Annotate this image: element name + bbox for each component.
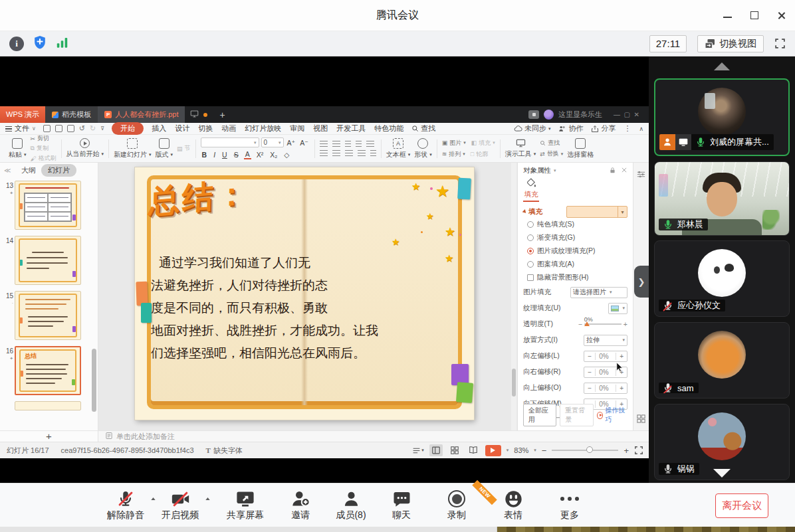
section-button[interactable]: ▤ 节 bbox=[177, 144, 191, 153]
collapse-panel-icon[interactable]: ≪ bbox=[4, 167, 11, 174]
align-right-icon[interactable] bbox=[345, 150, 353, 156]
assistant-icon[interactable] bbox=[528, 110, 539, 119]
transparency-slider[interactable]: 0% bbox=[584, 323, 622, 325]
minimize-button[interactable] bbox=[723, 13, 732, 18]
number-list-icon[interactable] bbox=[332, 141, 340, 147]
texture-fill-combo[interactable]: ▾ bbox=[608, 303, 627, 314]
tab-outline[interactable]: 大纲 bbox=[21, 165, 36, 175]
fill-button[interactable]: ◧ 填充▾ bbox=[471, 139, 495, 147]
notes-placeholder[interactable]: 单击此处添加备注 bbox=[98, 431, 649, 442]
save-icon[interactable] bbox=[43, 125, 51, 132]
tab-template[interactable]: 稻壳模板 bbox=[45, 106, 98, 123]
bold-button[interactable]: B bbox=[201, 151, 209, 159]
indent-increase-icon[interactable] bbox=[356, 141, 362, 147]
participant-tile[interactable]: sam bbox=[654, 322, 790, 399]
pin-icon[interactable] bbox=[609, 167, 616, 175]
menu-review[interactable]: 审阅 bbox=[289, 122, 305, 135]
superscript-button[interactable]: X² bbox=[255, 151, 265, 159]
checkbox-hide-background[interactable]: 隐藏背景图形(H) bbox=[523, 271, 627, 284]
picture-fill-combo[interactable]: 请选择图片▾ bbox=[570, 287, 627, 298]
menu-dev-tools[interactable]: 开发工具 bbox=[336, 122, 366, 135]
menu-view[interactable]: 视图 bbox=[312, 122, 328, 135]
maximize-button[interactable] bbox=[750, 11, 758, 19]
strikethrough-button[interactable]: S bbox=[233, 151, 240, 159]
unmute-button[interactable]: 解除静音 bbox=[106, 489, 145, 521]
font-color-button[interactable]: A bbox=[244, 150, 251, 159]
notes-toggle-icon[interactable]: ▾ bbox=[412, 446, 424, 455]
zoom-out-button[interactable]: − bbox=[542, 446, 547, 456]
present-monitor-icon[interactable] bbox=[190, 110, 199, 120]
zoom-slider[interactable] bbox=[552, 450, 618, 451]
tips-link[interactable]: 操作技巧 bbox=[597, 406, 627, 424]
more-button[interactable]: 更多 bbox=[540, 489, 600, 521]
menu-animation[interactable]: 动画 bbox=[221, 122, 237, 135]
radio-pattern-fill[interactable]: 图案填充(A) bbox=[523, 258, 627, 271]
slide-thumbnail[interactable] bbox=[15, 401, 81, 410]
zoom-level[interactable]: 83% bbox=[514, 446, 528, 454]
font-size-combo[interactable]: 0▾ bbox=[261, 137, 284, 147]
slide-body-text[interactable]: 通过学习我们知道了人们无 法避免挫折，人们对待挫折的态 度是不同的，而只有积极、… bbox=[151, 251, 465, 364]
new-slide-button[interactable]: 新建幻灯片▾ bbox=[114, 138, 152, 159]
menu-home[interactable]: 开始 bbox=[112, 122, 144, 135]
record-button[interactable]: NEW 录制 bbox=[427, 489, 487, 521]
more-quick-icon[interactable]: ⊽ bbox=[100, 125, 104, 132]
collapse-ribbon-icon[interactable]: ∧ bbox=[639, 126, 643, 132]
leave-meeting-button[interactable]: 离开会议 bbox=[715, 493, 768, 518]
expand-panel-button[interactable]: ❯ bbox=[634, 266, 649, 298]
menu-transition[interactable]: 切换 bbox=[197, 122, 213, 135]
switch-view-button[interactable]: 切换视图 bbox=[697, 35, 764, 52]
participant-tile[interactable]: 应心孙仪文 bbox=[654, 240, 790, 317]
slide-thumbnail[interactable] bbox=[15, 181, 81, 230]
fit-fullscreen-icon[interactable] bbox=[634, 446, 643, 455]
menu-design[interactable]: 设计 bbox=[174, 122, 190, 135]
sync-status[interactable]: 未同步▾ bbox=[514, 124, 551, 133]
emoji-button[interactable]: 表情 bbox=[487, 489, 540, 521]
wps-window-controls[interactable]: — ▢ ✕ bbox=[607, 111, 643, 118]
slide-thumbnail-selected[interactable]: 总结 bbox=[15, 346, 81, 395]
underline-button[interactable]: U bbox=[221, 151, 229, 159]
placement-combo[interactable]: 拉伸▾ bbox=[584, 335, 627, 346]
preview-icon[interactable] bbox=[67, 125, 74, 132]
reading-view-icon[interactable] bbox=[467, 444, 480, 456]
invite-button[interactable]: 邀请 bbox=[275, 489, 326, 521]
italic-button[interactable]: I bbox=[212, 151, 217, 159]
slide-editor[interactable]: 总结： ★ ★ ★ ★ ★ ★ 通过学习我们知 bbox=[135, 167, 474, 420]
cut-button[interactable]: ✂ 剪切 bbox=[31, 134, 57, 143]
textbox-button[interactable]: A文本框▾ bbox=[386, 138, 411, 159]
transparency-minus[interactable]: − bbox=[578, 320, 582, 328]
text-direction-icon[interactable] bbox=[370, 150, 376, 156]
align-left-icon[interactable] bbox=[320, 150, 328, 156]
find-button[interactable]: 查找 bbox=[540, 139, 563, 147]
transparency-plus[interactable]: + bbox=[624, 320, 627, 328]
select-pane-button[interactable]: 选择窗格 bbox=[567, 138, 594, 159]
radio-solid-fill[interactable]: 纯色填充(S) bbox=[523, 218, 627, 231]
meeting-info-icon[interactable]: i bbox=[9, 37, 24, 51]
format-painter-button[interactable]: 🖌 格式刷 bbox=[31, 154, 57, 163]
normal-view-icon[interactable] bbox=[429, 444, 443, 456]
offset-left-spinner[interactable]: −0%+ bbox=[584, 351, 627, 362]
slide-thumbnail[interactable] bbox=[15, 236, 81, 285]
fill-tab[interactable]: 填充 bbox=[523, 177, 539, 202]
shape-button[interactable]: 形状▾ bbox=[414, 138, 432, 159]
align-center-icon[interactable] bbox=[332, 150, 340, 156]
menu-slideshow[interactable]: 幻灯片放映 bbox=[244, 122, 282, 135]
apply-all-button[interactable]: 全部应用 bbox=[523, 404, 556, 426]
video-options-caret[interactable] bbox=[199, 489, 215, 509]
fullscreen-icon[interactable] bbox=[774, 38, 786, 49]
slide-title[interactable]: 总结： bbox=[148, 172, 251, 223]
offset-up-spinner[interactable]: −0%+ bbox=[584, 383, 627, 394]
fill-color-swatch[interactable]: ▾ bbox=[566, 206, 627, 218]
add-slide-button[interactable]: + bbox=[0, 431, 98, 442]
missing-font-warning[interactable]: T 缺失字体 bbox=[206, 446, 243, 456]
clear-format-icon[interactable]: ◇ bbox=[283, 151, 290, 159]
scroll-down-arrow[interactable] bbox=[713, 469, 731, 478]
new-tab-button[interactable]: + bbox=[213, 110, 231, 120]
outline-button[interactable]: □ 轮廓 bbox=[471, 150, 488, 159]
members-button[interactable]: 成员(8) bbox=[326, 489, 376, 521]
tab-slides[interactable]: 幻灯片 bbox=[41, 164, 76, 177]
scroll-up-arrow[interactable] bbox=[714, 62, 730, 70]
line-spacing-icon[interactable] bbox=[366, 141, 374, 147]
chat-button[interactable]: 聊天 bbox=[376, 489, 427, 521]
present-tools-button[interactable]: 演示工具▾ bbox=[505, 138, 536, 159]
close-panel-icon[interactable] bbox=[621, 167, 627, 175]
